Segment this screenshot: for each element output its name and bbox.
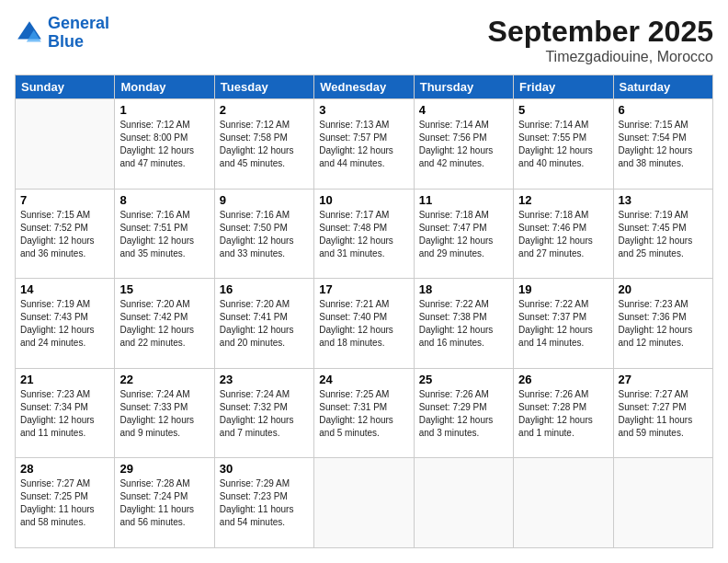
- weekday-header-thursday: Thursday: [414, 75, 513, 99]
- cell-info: Sunrise: 7:15 AM Sunset: 7:54 PM Dayligh…: [619, 119, 708, 170]
- day-number: 5: [518, 103, 608, 117]
- day-number: 20: [619, 282, 708, 296]
- calendar-cell: 9Sunrise: 7:16 AM Sunset: 7:50 PM Daylig…: [214, 189, 313, 279]
- cell-info: Sunrise: 7:18 AM Sunset: 7:47 PM Dayligh…: [419, 209, 508, 260]
- cell-info: Sunrise: 7:12 AM Sunset: 7:58 PM Dayligh…: [220, 119, 309, 170]
- location-title: Timezgadiouine, Morocco: [488, 49, 713, 65]
- day-number: 30: [220, 462, 309, 476]
- day-number: 9: [220, 193, 309, 207]
- cell-info: Sunrise: 7:28 AM Sunset: 7:24 PM Dayligh…: [119, 477, 209, 529]
- calendar-cell: 28Sunrise: 7:27 AM Sunset: 7:25 PM Dayli…: [16, 458, 115, 548]
- calendar-cell: 24Sunrise: 7:25 AM Sunset: 7:31 PM Dayli…: [314, 368, 414, 458]
- cell-info: Sunrise: 7:18 AM Sunset: 7:46 PM Dayligh…: [518, 209, 608, 260]
- calendar-cell: 29Sunrise: 7:28 AM Sunset: 7:24 PM Dayli…: [115, 458, 214, 548]
- day-number: 6: [619, 103, 708, 117]
- cell-info: Sunrise: 7:19 AM Sunset: 7:45 PM Dayligh…: [619, 209, 708, 260]
- weekday-header-tuesday: Tuesday: [214, 75, 313, 99]
- week-row-0: 1Sunrise: 7:12 AM Sunset: 8:00 PM Daylig…: [16, 99, 713, 190]
- calendar-cell: 26Sunrise: 7:26 AM Sunset: 7:28 PM Dayli…: [514, 368, 613, 458]
- header: General Blue September 2025 Timezgadioui…: [15, 15, 713, 65]
- calendar-cell: 13Sunrise: 7:19 AM Sunset: 7:45 PM Dayli…: [613, 189, 712, 279]
- week-row-3: 21Sunrise: 7:23 AM Sunset: 7:34 PM Dayli…: [16, 368, 713, 458]
- weekday-header-sunday: Sunday: [16, 75, 115, 99]
- calendar-cell: 23Sunrise: 7:24 AM Sunset: 7:32 PM Dayli…: [214, 368, 313, 458]
- cell-info: Sunrise: 7:25 AM Sunset: 7:31 PM Dayligh…: [319, 388, 408, 440]
- week-row-1: 7Sunrise: 7:15 AM Sunset: 7:52 PM Daylig…: [16, 189, 713, 279]
- cell-info: Sunrise: 7:21 AM Sunset: 7:40 PM Dayligh…: [319, 298, 408, 350]
- calendar-cell: 20Sunrise: 7:23 AM Sunset: 7:36 PM Dayli…: [613, 279, 712, 369]
- calendar-cell: 17Sunrise: 7:21 AM Sunset: 7:40 PM Dayli…: [314, 279, 414, 369]
- cell-info: Sunrise: 7:26 AM Sunset: 7:29 PM Dayligh…: [419, 388, 508, 440]
- calendar-cell: 14Sunrise: 7:19 AM Sunset: 7:43 PM Dayli…: [16, 279, 115, 369]
- calendar-cell: 18Sunrise: 7:22 AM Sunset: 7:38 PM Dayli…: [414, 279, 513, 369]
- week-row-2: 14Sunrise: 7:19 AM Sunset: 7:43 PM Dayli…: [16, 279, 713, 369]
- day-number: 28: [20, 462, 109, 476]
- day-number: 21: [20, 373, 109, 386]
- day-number: 16: [220, 282, 309, 296]
- weekday-header-saturday: Saturday: [613, 75, 712, 99]
- day-number: 19: [518, 282, 608, 296]
- cell-info: Sunrise: 7:15 AM Sunset: 7:52 PM Dayligh…: [20, 209, 109, 260]
- cell-info: Sunrise: 7:24 AM Sunset: 7:33 PM Dayligh…: [119, 388, 209, 440]
- weekday-header-wednesday: Wednesday: [314, 75, 414, 99]
- day-number: 27: [619, 373, 708, 386]
- weekday-header-row: SundayMondayTuesdayWednesdayThursdayFrid…: [16, 75, 713, 99]
- day-number: 24: [319, 373, 408, 386]
- cell-info: Sunrise: 7:13 AM Sunset: 7:57 PM Dayligh…: [319, 119, 408, 170]
- week-row-4: 28Sunrise: 7:27 AM Sunset: 7:25 PM Dayli…: [16, 458, 713, 548]
- day-number: 3: [319, 103, 408, 117]
- month-title: September 2025: [488, 15, 713, 49]
- cell-info: Sunrise: 7:19 AM Sunset: 7:43 PM Dayligh…: [20, 298, 109, 350]
- cell-info: Sunrise: 7:27 AM Sunset: 7:25 PM Dayligh…: [20, 477, 109, 529]
- cell-info: Sunrise: 7:20 AM Sunset: 7:41 PM Dayligh…: [220, 298, 309, 350]
- calendar-cell: 30Sunrise: 7:29 AM Sunset: 7:23 PM Dayli…: [214, 458, 313, 548]
- cell-info: Sunrise: 7:23 AM Sunset: 7:34 PM Dayligh…: [20, 388, 109, 440]
- calendar-cell: [414, 458, 513, 548]
- day-number: 4: [419, 103, 508, 117]
- weekday-header-monday: Monday: [115, 75, 214, 99]
- cell-info: Sunrise: 7:24 AM Sunset: 7:32 PM Dayligh…: [220, 388, 309, 440]
- day-number: 17: [319, 282, 408, 296]
- day-number: 2: [220, 103, 309, 117]
- day-number: 12: [518, 193, 608, 207]
- cell-info: Sunrise: 7:23 AM Sunset: 7:36 PM Dayligh…: [619, 298, 708, 350]
- calendar-cell: 11Sunrise: 7:18 AM Sunset: 7:47 PM Dayli…: [414, 189, 513, 279]
- calendar-cell: 8Sunrise: 7:16 AM Sunset: 7:51 PM Daylig…: [115, 189, 214, 279]
- day-number: 18: [419, 282, 508, 296]
- calendar-cell: 5Sunrise: 7:14 AM Sunset: 7:55 PM Daylig…: [514, 99, 613, 190]
- calendar-cell: 7Sunrise: 7:15 AM Sunset: 7:52 PM Daylig…: [16, 189, 115, 279]
- day-number: 25: [419, 373, 508, 386]
- logo: General Blue: [15, 15, 109, 52]
- calendar-cell: 25Sunrise: 7:26 AM Sunset: 7:29 PM Dayli…: [414, 368, 513, 458]
- cell-info: Sunrise: 7:22 AM Sunset: 7:38 PM Dayligh…: [419, 298, 508, 350]
- cell-info: Sunrise: 7:22 AM Sunset: 7:37 PM Dayligh…: [518, 298, 608, 350]
- cell-info: Sunrise: 7:26 AM Sunset: 7:28 PM Dayligh…: [518, 388, 608, 440]
- calendar-cell: 21Sunrise: 7:23 AM Sunset: 7:34 PM Dayli…: [16, 368, 115, 458]
- day-number: 14: [20, 282, 109, 296]
- day-number: 13: [619, 193, 708, 207]
- logo-icon: [15, 18, 44, 48]
- logo-line1: General: [48, 14, 109, 32]
- day-number: 11: [419, 193, 508, 207]
- calendar-cell: 6Sunrise: 7:15 AM Sunset: 7:54 PM Daylig…: [613, 99, 712, 190]
- calendar-cell: 22Sunrise: 7:24 AM Sunset: 7:33 PM Dayli…: [115, 368, 214, 458]
- page: General Blue September 2025 Timezgadioui…: [0, 0, 728, 563]
- day-number: 23: [220, 373, 309, 386]
- calendar-cell: 3Sunrise: 7:13 AM Sunset: 7:57 PM Daylig…: [314, 99, 414, 190]
- day-number: 1: [119, 103, 209, 117]
- calendar-cell: [314, 458, 414, 548]
- calendar-cell: 15Sunrise: 7:20 AM Sunset: 7:42 PM Dayli…: [115, 279, 214, 369]
- cell-info: Sunrise: 7:16 AM Sunset: 7:51 PM Dayligh…: [119, 209, 209, 260]
- weekday-header-friday: Friday: [514, 75, 613, 99]
- cell-info: Sunrise: 7:20 AM Sunset: 7:42 PM Dayligh…: [119, 298, 209, 350]
- calendar-cell: [613, 458, 712, 548]
- logo-text: General Blue: [48, 15, 109, 52]
- cell-info: Sunrise: 7:17 AM Sunset: 7:48 PM Dayligh…: [319, 209, 408, 260]
- cell-info: Sunrise: 7:12 AM Sunset: 8:00 PM Dayligh…: [119, 119, 209, 170]
- logo-line2: Blue: [48, 32, 84, 51]
- calendar-cell: 2Sunrise: 7:12 AM Sunset: 7:58 PM Daylig…: [214, 99, 313, 190]
- cell-info: Sunrise: 7:16 AM Sunset: 7:50 PM Dayligh…: [220, 209, 309, 260]
- calendar-cell: 10Sunrise: 7:17 AM Sunset: 7:48 PM Dayli…: [314, 189, 414, 279]
- calendar-cell: 16Sunrise: 7:20 AM Sunset: 7:41 PM Dayli…: [214, 279, 313, 369]
- calendar-cell: [514, 458, 613, 548]
